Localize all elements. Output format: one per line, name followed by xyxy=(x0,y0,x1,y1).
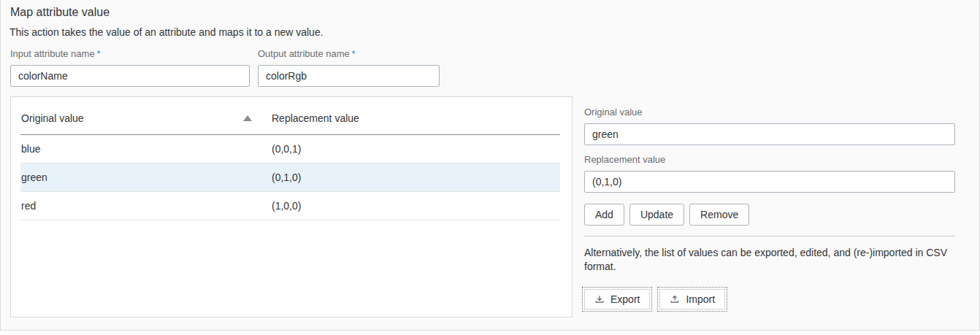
export-button-label: Export xyxy=(610,293,640,305)
remove-button[interactable]: Remove xyxy=(689,204,749,226)
column-header-replacement-value[interactable]: Replacement value xyxy=(271,103,560,134)
input-attribute-label-text: Input attribute name xyxy=(10,48,95,59)
column-header-replacement-label: Replacement value xyxy=(272,112,359,124)
value-mapping-table-card: Original value Replacement value blue (0… xyxy=(10,96,573,317)
map-attribute-value-panel: Map attribute value This action takes th… xyxy=(0,0,980,331)
attribute-fields-row: Input attribute name* Output attribute n… xyxy=(10,48,968,87)
update-button[interactable]: Update xyxy=(629,204,684,226)
table-row-red[interactable]: red (1,0,0) xyxy=(20,191,560,220)
input-attribute-name-field[interactable] xyxy=(10,65,250,87)
cell-replacement-value[interactable]: (0,1,0) xyxy=(271,163,560,191)
table-header-row: Original value Replacement value xyxy=(20,103,560,134)
value-editor-panel: Original value Replacement value Add Upd… xyxy=(584,96,955,309)
column-header-original-label: Original value xyxy=(21,112,84,124)
table-row-blue[interactable]: blue (0,0,1) xyxy=(20,134,560,163)
sort-ascending-icon xyxy=(243,115,252,121)
csv-note-text: Alternatively, the list of values can be… xyxy=(584,246,955,274)
page-title: Map attribute value xyxy=(10,5,968,20)
cell-original-value[interactable]: blue xyxy=(20,134,271,163)
export-button[interactable]: Export xyxy=(584,289,650,309)
input-attribute-field-group: Input attribute name* xyxy=(10,48,250,87)
add-button[interactable]: Add xyxy=(584,204,624,226)
column-header-original-value[interactable]: Original value xyxy=(20,103,271,134)
content-row: Original value Replacement value blue (0… xyxy=(10,96,968,317)
import-button[interactable]: Import xyxy=(659,289,725,309)
cell-original-value[interactable]: red xyxy=(20,191,271,220)
cell-replacement-value[interactable]: (0,0,1) xyxy=(271,134,560,163)
editor-original-value-label: Original value xyxy=(584,107,955,118)
output-attribute-field-group: Output attribute name* xyxy=(258,48,440,87)
output-attribute-name-field[interactable] xyxy=(258,65,440,87)
editor-original-value-field[interactable] xyxy=(584,123,955,145)
csv-buttons-row: Export Import xyxy=(584,289,955,309)
editor-replacement-value-label: Replacement value xyxy=(584,154,955,165)
cell-original-value[interactable]: green xyxy=(20,163,271,191)
required-asterisk: * xyxy=(352,49,356,59)
csv-section-divider xyxy=(584,236,955,236)
input-attribute-label: Input attribute name* xyxy=(10,48,250,60)
download-icon xyxy=(594,294,605,304)
output-attribute-label: Output attribute name* xyxy=(258,48,440,60)
import-button-label: Import xyxy=(686,293,715,305)
cell-replacement-value[interactable]: (1,0,0) xyxy=(271,191,560,220)
editor-replacement-value-field[interactable] xyxy=(584,171,955,193)
page-description: This action takes the value of an attrib… xyxy=(9,26,968,39)
editor-buttons-row: Add Update Remove xyxy=(584,204,955,226)
required-asterisk: * xyxy=(97,49,101,59)
value-mapping-table: Original value Replacement value blue (0… xyxy=(20,103,560,220)
table-row-green-selected[interactable]: green (0,1,0) xyxy=(20,163,560,191)
output-attribute-label-text: Output attribute name xyxy=(258,48,350,59)
upload-icon xyxy=(670,294,680,304)
